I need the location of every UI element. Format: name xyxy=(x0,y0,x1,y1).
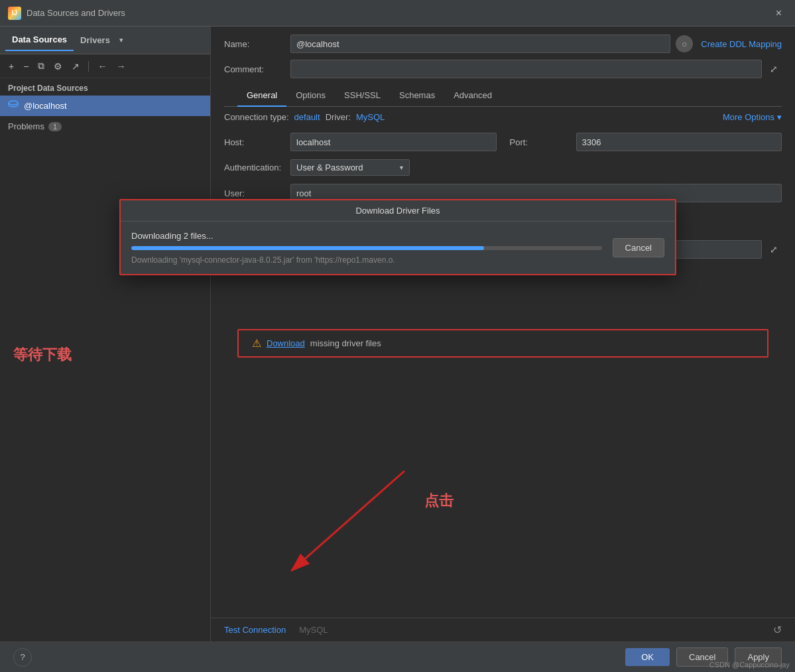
problems-label: Problems xyxy=(8,121,44,131)
copy-button[interactable]: ⧉ xyxy=(34,58,48,74)
name-label: Name: xyxy=(224,39,290,49)
main-window: IJ Data Sources and Drivers × Data Sourc… xyxy=(0,0,795,672)
problems-section: Problems 1 xyxy=(0,116,210,137)
tab-advanced[interactable]: Advanced xyxy=(444,85,501,107)
datasource-name: @localhost xyxy=(24,101,67,111)
datasource-icon xyxy=(8,100,19,112)
downloading-label: Downloading 2 files... xyxy=(131,231,602,241)
separator xyxy=(88,61,89,72)
main-content: Data Sources Drivers ▾ + − ⧉ ⚙ ↗ ← → Pro… xyxy=(0,27,795,641)
download-missing-link[interactable]: Download xyxy=(267,338,305,348)
dialog-body: Downloading 2 files... Downloading 'mysq… xyxy=(121,222,675,274)
user-label: User: xyxy=(224,188,290,198)
host-input[interactable] xyxy=(290,133,497,151)
port-input[interactable] xyxy=(576,133,782,151)
tab-data-sources[interactable]: Data Sources xyxy=(5,29,74,51)
settings-button[interactable]: ⚙ xyxy=(50,59,66,74)
tab-schemas[interactable]: Schemas xyxy=(390,85,444,107)
datasource-item-localhost[interactable]: @localhost xyxy=(0,96,210,116)
host-label: Host: xyxy=(224,137,290,147)
download-dialog: Download Driver Files Downloading 2 file… xyxy=(119,199,676,275)
forward-button[interactable]: → xyxy=(113,59,129,74)
ok-button[interactable]: OK xyxy=(625,648,670,666)
tab-options[interactable]: Options xyxy=(286,85,335,107)
connection-type-label: Connection type: xyxy=(224,112,289,122)
create-ddl-link[interactable]: Create DDL Mapping xyxy=(701,39,782,49)
svg-point-0 xyxy=(9,101,18,105)
remove-button[interactable]: − xyxy=(20,59,32,74)
tab-dropdown-icon[interactable]: ▾ xyxy=(119,36,123,44)
left-tabs: Data Sources Drivers ▾ xyxy=(0,27,210,54)
name-icon-button[interactable]: ○ xyxy=(676,35,693,52)
problems-count-badge: 1 xyxy=(48,122,62,131)
back-button[interactable]: ← xyxy=(94,59,110,74)
name-row: Name: ○ Create DDL Mapping xyxy=(224,34,782,53)
app-icon: IJ xyxy=(8,7,21,20)
auth-label: Authentication: xyxy=(224,163,290,172)
close-icon[interactable]: × xyxy=(770,5,787,22)
tab-ssh-ssl[interactable]: SSH/SSL xyxy=(335,85,390,107)
name-input[interactable] xyxy=(290,34,670,53)
left-toolbar: + − ⧉ ⚙ ↗ ← → xyxy=(0,54,210,78)
url-expand-icon[interactable]: ⤢ xyxy=(766,243,782,256)
warning-icon: ⚠ xyxy=(252,337,261,350)
comment-label: Comment: xyxy=(224,64,290,74)
mysql-label: MySQL xyxy=(299,625,328,635)
comment-input[interactable] xyxy=(290,60,762,78)
auth-select[interactable]: User & Password xyxy=(290,159,410,176)
section-project-label: Project Data Sources xyxy=(0,78,210,96)
auth-row: Authentication: User & Password xyxy=(224,159,782,176)
comment-expand-icon[interactable]: ⤢ xyxy=(766,62,782,76)
form-header: Name: ○ Create DDL Mapping Comment: ⤢ Ge… xyxy=(211,27,795,107)
tab-general[interactable]: General xyxy=(237,85,286,107)
connection-info: Connection type: default Driver: MySQL M… xyxy=(211,107,795,127)
tab-drivers[interactable]: Drivers xyxy=(74,30,117,50)
driver-value[interactable]: MySQL xyxy=(356,112,385,122)
refresh-icon[interactable]: ↺ xyxy=(773,624,782,636)
test-connection-link[interactable]: Test Connection xyxy=(224,625,286,635)
dialog-title: Download Driver Files xyxy=(121,200,675,222)
connection-type-value[interactable]: default xyxy=(294,112,320,122)
footer-bar: ? OK Cancel Apply xyxy=(0,641,795,672)
bottom-bar: Test Connection MySQL ↺ xyxy=(211,618,795,641)
more-options-link[interactable]: More Options ▾ xyxy=(723,112,782,122)
export-button[interactable]: ↗ xyxy=(68,59,83,74)
auth-wrapper: User & Password xyxy=(290,159,410,176)
right-panel: Name: ○ Create DDL Mapping Comment: ⤢ Ge… xyxy=(211,27,795,641)
driver-label: Driver: xyxy=(326,112,351,122)
host-row: Host: Port: xyxy=(224,133,782,151)
window-title: Data Sources and Drivers xyxy=(27,8,770,18)
dialog-info: Downloading 2 files... Downloading 'mysq… xyxy=(131,231,602,265)
add-button[interactable]: + xyxy=(5,59,17,74)
progress-bar-bg xyxy=(131,246,602,250)
download-warning-bar: ⚠ Download missing driver files xyxy=(237,329,768,358)
dialog-cancel-button[interactable]: Cancel xyxy=(613,238,664,257)
downloading-sub: Downloading 'mysql-connector-java-8.0.25… xyxy=(131,255,602,265)
tabs-row: General Options SSH/SSL Schemas Advanced xyxy=(224,85,782,107)
progress-bar-fill xyxy=(131,246,484,250)
watermark: CSDN @Cappuccino-jay xyxy=(709,661,790,669)
left-panel: Data Sources Drivers ▾ + − ⧉ ⚙ ↗ ← → Pro… xyxy=(0,27,211,641)
chevron-down-icon: ▾ xyxy=(777,112,782,122)
spacer xyxy=(224,276,782,329)
port-label: Port: xyxy=(510,137,576,147)
help-button[interactable]: ? xyxy=(13,648,32,667)
title-bar: IJ Data Sources and Drivers × xyxy=(0,0,795,27)
comment-row: Comment: ⤢ xyxy=(224,60,782,78)
download-missing-text: missing driver files xyxy=(310,338,381,348)
